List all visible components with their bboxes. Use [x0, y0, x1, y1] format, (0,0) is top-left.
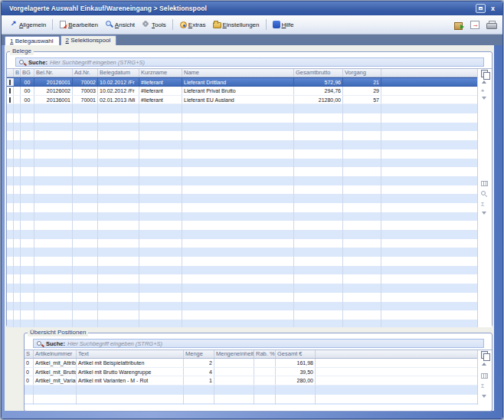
table-cell [73, 176, 98, 185]
table-cell [139, 131, 182, 140]
menu-item-xtras[interactable]: Extras [175, 19, 210, 30]
table-cell [14, 123, 21, 132]
menu-item-instellungen[interactable]: Einstellungen [209, 19, 263, 30]
column-chooser-icon[interactable] [481, 373, 488, 379]
column-header[interactable] [7, 69, 14, 77]
tab-belegauswahl[interactable]: 1 Belegauswahl [5, 36, 60, 45]
column-header[interactable]: Mengeneinheit [214, 350, 254, 358]
column-header[interactable]: Bel.Nr. [34, 69, 73, 77]
column-header[interactable]: Gesamt € [276, 350, 316, 358]
scroll-up-icon[interactable] [482, 363, 486, 366]
column-header[interactable]: Menge [184, 350, 214, 358]
menu-item-nsicht[interactable]: Ansicht [102, 19, 139, 30]
positionen-search-bar[interactable]: Suche: Hier Suchbegriff eingeben (STRG+S… [33, 339, 484, 348]
table-cell: 00 [21, 96, 34, 104]
table-cell [73, 248, 98, 257]
column-header[interactable]: BG [21, 69, 34, 77]
table-cell: Lieferant EU Ausland [182, 96, 294, 104]
column-header[interactable]: Rab. % [254, 350, 276, 358]
table-cell [294, 274, 343, 284]
table-cell [182, 302, 294, 311]
table-cell [7, 104, 14, 113]
table-cell [21, 257, 34, 266]
table-cell [14, 293, 21, 302]
table-cell [34, 403, 77, 405]
table-cell [343, 104, 381, 113]
grid-sum-icon[interactable]: Σ [481, 202, 484, 207]
table-cell [34, 149, 73, 159]
table-cell [14, 248, 21, 257]
table-cell [139, 221, 182, 230]
package-icon [454, 21, 463, 29]
close-button[interactable]: x [488, 4, 498, 13]
grid-sum-icon[interactable]: Σ [481, 383, 484, 389]
table-row[interactable]: 0Artikel_mit_Varianten.Artikel mit Varia… [25, 376, 477, 386]
column-header[interactable] [381, 69, 477, 77]
table-cell [7, 167, 14, 176]
menu-item-llgemein[interactable]: Allgemein [6, 19, 50, 30]
tab-selektionspool[interactable]: 2 Selektionspool [61, 35, 117, 45]
table-cell: 0 [25, 368, 34, 376]
restore-button[interactable] [476, 4, 486, 13]
table-cell [294, 310, 343, 320]
exit-button[interactable] [468, 18, 482, 31]
table-cell [34, 123, 73, 132]
print-button[interactable] [484, 18, 498, 31]
table-row[interactable]: 0Artikel_mit_AttributenArtikel mit Beisp… [25, 359, 477, 368]
column-header[interactable]: Belegdatum [98, 69, 139, 77]
column-header[interactable]: Name [182, 69, 294, 77]
column-header[interactable]: Kurzname [139, 69, 182, 77]
table-cell [294, 284, 343, 293]
column-header[interactable]: S [25, 350, 34, 358]
column-header[interactable]: Artikelnummer [34, 350, 77, 358]
table-cell [34, 266, 73, 275]
table-cell [139, 212, 182, 221]
scroll-down-icon[interactable] [482, 97, 486, 100]
table-cell [343, 176, 381, 185]
table-cell [139, 123, 182, 132]
table-cell [381, 266, 477, 275]
table-cell [182, 320, 294, 327]
menu-bar: AllgemeinBearbeitenAnsichtToolsExtrasEin… [2, 15, 502, 34]
table-cell [343, 239, 381, 248]
scroll-top-icon[interactable] [482, 80, 486, 84]
column-header[interactable]: Ad.Nr. [73, 69, 98, 77]
table-cell [139, 266, 182, 275]
table-row[interactable]: 00201260017000210.02.2012 /Fr#lieferantL… [7, 77, 477, 87]
column-header[interactable]: Gesamtbrutto [294, 69, 343, 77]
grid-search-icon[interactable] [481, 191, 488, 198]
table-cell [381, 167, 477, 176]
scroll-down-icon[interactable] [482, 395, 486, 398]
data-export-button[interactable] [452, 18, 466, 31]
table-cell [294, 257, 343, 266]
empty-row [7, 149, 477, 159]
column-header[interactable]: Vorgang [343, 69, 381, 77]
menu-item-ools[interactable]: Tools [139, 19, 170, 30]
table-cell [343, 185, 381, 195]
menu-item-earbeiten[interactable]: Bearbeiten [55, 19, 102, 30]
grid-copy-icon[interactable] [480, 351, 489, 359]
belege-search-bar[interactable]: Suche: Hier Suchbegriff eingeben (STRG+S… [15, 57, 484, 67]
column-chooser-icon[interactable] [481, 181, 488, 186]
column-header[interactable]: Text [77, 350, 184, 358]
table-cell [343, 310, 381, 320]
table-cell [294, 239, 343, 248]
column-header[interactable] [316, 350, 477, 358]
table-cell [381, 239, 477, 248]
expand-plus-icon[interactable]: + [481, 88, 484, 94]
table-cell [139, 167, 182, 176]
table-cell [7, 78, 14, 86]
table-cell [21, 239, 34, 248]
column-header[interactable]: B [14, 69, 21, 77]
table-cell [77, 403, 184, 405]
table-row[interactable]: 00201260027000310.02.2012 /Fr#lieferantL… [7, 87, 477, 96]
menu-item-ilfe[interactable]: Hilfe [269, 19, 298, 30]
table-row[interactable]: 0Artikel_mit_Brutto_W(Artikel mit Brutto… [25, 368, 477, 377]
table-row[interactable]: 00201360017000102.01.2013 /Mi#lieferantL… [7, 96, 477, 105]
table-cell [182, 274, 294, 284]
table-cell [381, 274, 477, 284]
grid-copy-icon[interactable] [480, 70, 489, 78]
grid-filter-icon[interactable] [482, 212, 486, 215]
table-cell [343, 248, 381, 257]
row-indicator-icon [9, 88, 11, 94]
